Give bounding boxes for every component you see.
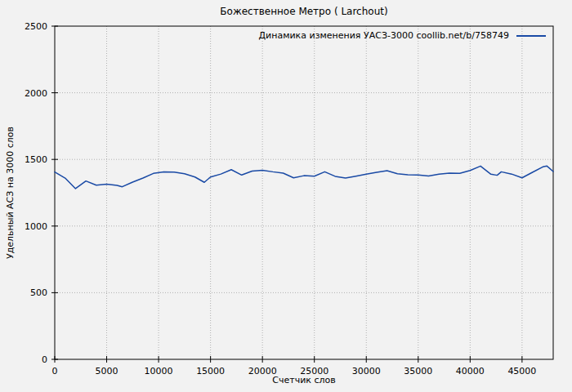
legend-label: Динамика изменения УАСЗ-3000 coollib.net…: [259, 30, 510, 41]
legend: Динамика изменения УАСЗ-3000 coollib.net…: [259, 30, 547, 41]
y-tick-label: 2000: [25, 88, 47, 99]
plot-border: [55, 26, 553, 359]
x-axis-label: Счетчик слов: [55, 375, 553, 385]
series-line: [55, 166, 553, 189]
y-tick-label: 1000: [25, 221, 47, 232]
y-tick-label: 500: [30, 287, 47, 298]
legend-line-sample: [516, 35, 546, 37]
chart-canvas: Божественное Метро ( Larchout) 050001000…: [0, 0, 572, 392]
plot-area: 0500010000150002000025000300003500040000…: [0, 0, 572, 392]
y-axis-label: Удельный АСЗ на 3000 слов: [5, 26, 16, 359]
y-tick-label: 2500: [25, 21, 47, 32]
y-tick-label: 0: [42, 354, 47, 365]
y-tick-label: 1500: [25, 154, 47, 165]
